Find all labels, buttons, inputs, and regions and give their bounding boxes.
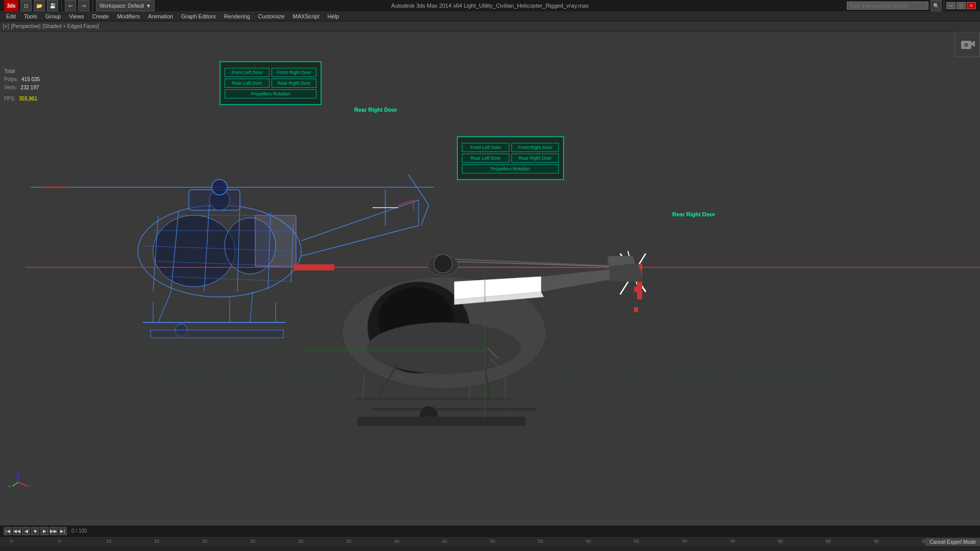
svg-point-39 [153, 215, 235, 287]
svg-line-64 [237, 205, 240, 292]
separator [61, 1, 62, 11]
timeline-inner: |◀ ◀◀ ◀ ■ ▶ ▶▶ ▶| 0 / 100 [0, 525, 980, 537]
svg-rect-2 [0, 32, 980, 519]
svg-point-114 [964, 43, 968, 47]
minimize-btn[interactable]: ─ [946, 2, 955, 9]
svg-line-12 [102, 287, 490, 430]
svg-line-20 [490, 287, 919, 430]
workspace-label: Workspace: Default [100, 3, 144, 9]
menu-create[interactable]: Create [88, 11, 113, 21]
menu-help[interactable]: Help [324, 11, 344, 21]
open-btn[interactable]: 📂 [34, 0, 45, 11]
svg-line-74 [442, 259, 643, 267]
menu-edit[interactable]: Edit [2, 11, 20, 21]
svg-rect-41 [255, 215, 296, 266]
svg-line-75 [442, 261, 643, 267]
search-input[interactable] [847, 2, 928, 10]
front-left-door-btn-right[interactable]: Front Left Door [462, 143, 509, 152]
save-btn[interactable]: 💾 [47, 0, 58, 11]
menu-views[interactable]: Views [65, 11, 88, 21]
search-icon-btn[interactable]: 🔍 [930, 0, 942, 11]
menu-bar: Edit Tools Group Views Create Modifiers … [0, 11, 980, 21]
polys-stat: Polys: 415 035 [4, 76, 40, 84]
rear-right-door-btn-right[interactable]: Rear Right Door [511, 154, 559, 163]
polys-label: Polys: [4, 77, 18, 82]
solid-heli [291, 251, 646, 426]
next-frame-btn[interactable]: ▶| [59, 527, 67, 535]
next-key-btn[interactable]: ▶▶ [50, 527, 58, 535]
svg-point-40 [225, 218, 276, 274]
svg-point-54 [175, 324, 187, 336]
ruler-20: 20 [202, 539, 207, 544]
door-row-1: Front Left Door Front Right Door [225, 68, 316, 77]
stop-btn[interactable]: ■ [31, 527, 39, 535]
viewport-header: [+] [Perspective] [Shaded + Edged Faces] [0, 21, 980, 32]
verts-label: Verts: [4, 85, 17, 90]
ruler-50: 50 [490, 539, 495, 544]
ruler-65: 65 [634, 539, 639, 544]
menu-graph-editors[interactable]: Graph Editors [177, 11, 220, 21]
ui-panel-left: Front Left Door Front Right Door Rear Le… [219, 61, 322, 105]
title-text: Autodesk 3ds Max 2014 x64 Light_Utility_… [391, 3, 589, 9]
front-left-door-btn-left[interactable]: Front Left Door [225, 68, 270, 77]
front-right-door-btn-left[interactable]: Front Right Door [272, 68, 316, 77]
svg-marker-82 [541, 266, 643, 292]
viewport-camera-icon[interactable] [954, 32, 980, 57]
close-btn[interactable]: ✕ [967, 2, 976, 9]
new-btn[interactable]: ⊡ [20, 0, 32, 11]
rear-left-door-btn-left[interactable]: Rear Left Door [225, 79, 270, 88]
menu-modifiers[interactable]: Modifiers [113, 11, 144, 21]
viewport-plus[interactable]: [+] [3, 23, 9, 29]
viewport-shading[interactable]: [Shaded + Edged Faces] [42, 23, 99, 29]
svg-line-58 [143, 246, 291, 251]
svg-rect-80 [634, 287, 638, 292]
total-label: Total [4, 67, 40, 76]
play-back-btn[interactable]: ◀ [22, 527, 30, 535]
menu-customize[interactable]: Customize [254, 11, 289, 21]
prev-frame-btn[interactable]: |◀ [4, 527, 12, 535]
maximize-btn[interactable]: □ [957, 2, 966, 9]
bottom-area: |◀ ◀◀ ◀ ■ ▶ ▶▶ ▶| 0 / 100 0 5 10 15 20 2… [0, 525, 980, 551]
viewport-3d[interactable]: Total Polys: 415 035 Verts: 232 197 FPS:… [0, 32, 980, 519]
menu-tools[interactable]: Tools [20, 11, 41, 21]
prev-key-btn[interactable]: ◀◀ [13, 527, 21, 535]
menu-maxscript[interactable]: MAXScript [289, 11, 324, 21]
svg-point-100 [420, 406, 438, 424]
ruler-5: 5 [58, 539, 61, 544]
fps-stat: FPS: 355,961 [4, 95, 40, 103]
svg-rect-81 [634, 307, 638, 312]
svg-line-77 [628, 251, 641, 297]
play-fwd-btn[interactable]: ▶ [40, 527, 48, 535]
svg-rect-55 [151, 330, 283, 338]
svg-line-11 [0, 287, 490, 430]
menu-group[interactable]: Group [41, 11, 65, 21]
titlebar-left: 3ds ⊡ 📂 💾 ↩ ↪ Workspace: Default ▼ [4, 0, 155, 11]
redo-btn[interactable]: ↪ [78, 0, 89, 11]
rear-right-door-label-solid: Rear Right Door [672, 211, 715, 217]
svg-line-37 [301, 226, 419, 256]
svg-line-106 [18, 482, 28, 486]
propellers-btn-right[interactable]: Propellers Rotation [462, 164, 559, 173]
svg-line-19 [490, 287, 817, 430]
menu-rendering[interactable]: Rendering [220, 11, 254, 21]
title-bar: 3ds ⊡ 📂 💾 ↩ ↪ Workspace: Default ▼ Autod… [0, 0, 980, 11]
propellers-btn-left[interactable]: Propellers Rotation [225, 89, 316, 98]
svg-point-83 [342, 277, 546, 389]
undo-btn[interactable]: ↩ [65, 0, 76, 11]
front-right-door-btn-right[interactable]: Front Right Door [511, 143, 559, 152]
workspace-dropdown[interactable]: Workspace: Default ▼ [96, 0, 155, 11]
rear-left-door-btn-right[interactable]: Rear Left Door [462, 154, 509, 163]
rear-right-door-btn-left[interactable]: Rear Right Door [272, 79, 316, 88]
svg-line-65 [268, 213, 271, 289]
svg-line-66 [291, 223, 293, 282]
svg-point-97 [368, 322, 521, 373]
svg-line-68 [398, 200, 413, 205]
svg-point-89 [434, 255, 452, 273]
viewport-perspective[interactable]: [Perspective] [11, 23, 40, 29]
cancel-expert-btn[interactable]: Cancel Expert Mode [925, 538, 980, 546]
svg-line-52 [158, 292, 171, 322]
separator2 [92, 1, 93, 11]
ruler-40: 40 [394, 539, 399, 544]
menu-animation[interactable]: Animation [144, 11, 177, 21]
ruler-80: 80 [778, 539, 783, 544]
